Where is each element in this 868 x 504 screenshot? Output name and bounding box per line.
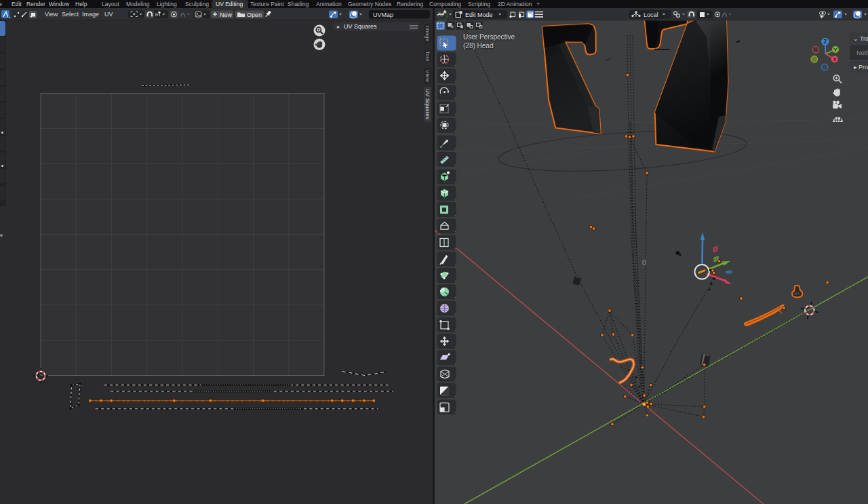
svg-text:X: X	[833, 56, 837, 62]
svg-text:Z: Z	[823, 38, 827, 45]
svg-text:0: 0	[642, 258, 646, 267]
svg-text:Y: Y	[833, 47, 837, 53]
